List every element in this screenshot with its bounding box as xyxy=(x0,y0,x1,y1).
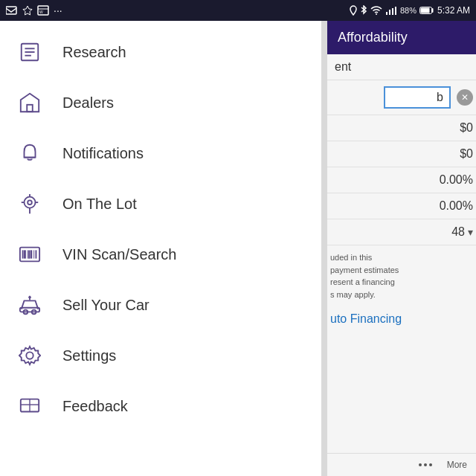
value-row-4: 0.00% xyxy=(327,193,476,219)
sidebar-item-notifications[interactable]: Notifications xyxy=(0,128,327,178)
settings-label: Settings xyxy=(62,347,116,364)
svg-marker-16 xyxy=(21,94,39,112)
sell-your-car-label: Sell Your Car xyxy=(62,297,149,314)
sidebar-item-dealers[interactable]: Dealers xyxy=(0,77,327,128)
term-dropdown-row[interactable]: 48 ▾ xyxy=(327,219,476,245)
input-row: b ✕ xyxy=(327,80,476,115)
vin-scan-label: VIN Scan/Search xyxy=(62,246,176,263)
svg-marker-1 xyxy=(23,6,32,15)
status-right-icons: 88% 5:32 AM xyxy=(350,5,470,16)
notifications-label: Notifications xyxy=(62,145,144,162)
status-left-icons: W ··· xyxy=(6,4,62,16)
bottom-bar: More xyxy=(327,453,476,476)
wifi-icon xyxy=(370,6,382,15)
sidebar-item-sell-your-car[interactable]: Sell Your Car xyxy=(0,280,327,330)
sidebar-item-research[interactable]: Research xyxy=(0,27,327,77)
right-panel: Affordability ent b ✕ $0 $0 0.00% 0.00% … xyxy=(327,21,476,476)
svg-point-5 xyxy=(376,13,377,15)
svg-rect-7 xyxy=(389,10,390,15)
signal-icon xyxy=(385,6,397,15)
svg-rect-11 xyxy=(420,8,429,13)
battery-icon xyxy=(419,6,434,15)
svg-rect-0 xyxy=(6,7,16,14)
value-row-2: $0 xyxy=(327,141,476,167)
subheader-text: ent xyxy=(335,60,351,73)
vin-scan-icon xyxy=(15,239,45,269)
term-value: 48 xyxy=(451,225,465,239)
time-display: 5:32 AM xyxy=(437,5,470,16)
svg-point-39 xyxy=(26,352,33,358)
sidebar-item-vin-scan[interactable]: VIN Scan/Search xyxy=(0,229,327,280)
value-row-3: 0.00% xyxy=(327,167,476,193)
svg-rect-8 xyxy=(392,8,393,15)
app-icon-1 xyxy=(6,5,18,16)
location-icon xyxy=(350,5,357,16)
research-label: Research xyxy=(62,44,126,61)
app-icon-2 xyxy=(22,5,33,16)
svg-rect-17 xyxy=(27,105,33,112)
dealers-label: Dealers xyxy=(62,94,114,112)
navigation-drawer: Research Dealers Notifications On The Lo… xyxy=(0,21,327,476)
on-the-lot-icon xyxy=(15,189,45,219)
menu-dots: ··· xyxy=(54,4,62,16)
dropdown-arrow-icon: ▾ xyxy=(468,226,473,238)
dealers-icon xyxy=(15,88,45,118)
svg-rect-6 xyxy=(386,12,387,15)
svg-rect-9 xyxy=(395,7,396,15)
clear-input-button[interactable]: ✕ xyxy=(457,89,473,106)
right-panel-header: Affordability xyxy=(327,21,476,54)
sidebar-item-on-the-lot[interactable]: On The Lot xyxy=(0,178,327,229)
svg-point-20 xyxy=(25,197,36,208)
app-icon-3: W xyxy=(37,5,49,16)
subheader-row: ent xyxy=(327,54,476,80)
settings-icon xyxy=(15,341,45,370)
sidebar-item-settings[interactable]: Settings xyxy=(0,330,327,381)
notifications-icon xyxy=(15,138,45,168)
svg-text:W: W xyxy=(39,10,43,14)
research-icon xyxy=(15,37,45,67)
battery-text: 88% xyxy=(400,6,416,15)
sell-your-car-icon xyxy=(15,290,45,320)
main-container: Research Dealers Notifications On The Lo… xyxy=(0,21,476,476)
value-row-1: $0 xyxy=(327,115,476,141)
note-text: uded in this payment estimates resent a … xyxy=(327,245,476,306)
payment-input[interactable]: b xyxy=(384,86,451,109)
feedback-icon xyxy=(15,391,45,421)
financing-link[interactable]: uto Financing xyxy=(327,306,476,332)
bluetooth-icon xyxy=(360,5,367,16)
affordability-title: Affordability xyxy=(338,30,408,45)
svg-point-21 xyxy=(28,200,32,205)
feedback-label: Feedback xyxy=(62,398,128,415)
more-options-icon[interactable] xyxy=(419,463,432,466)
status-bar: W ··· 88% 5:32 AM xyxy=(0,0,476,21)
more-label[interactable]: More xyxy=(447,460,467,470)
on-the-lot-label: On The Lot xyxy=(62,196,137,213)
sidebar-item-feedback[interactable]: Feedback xyxy=(0,381,327,431)
